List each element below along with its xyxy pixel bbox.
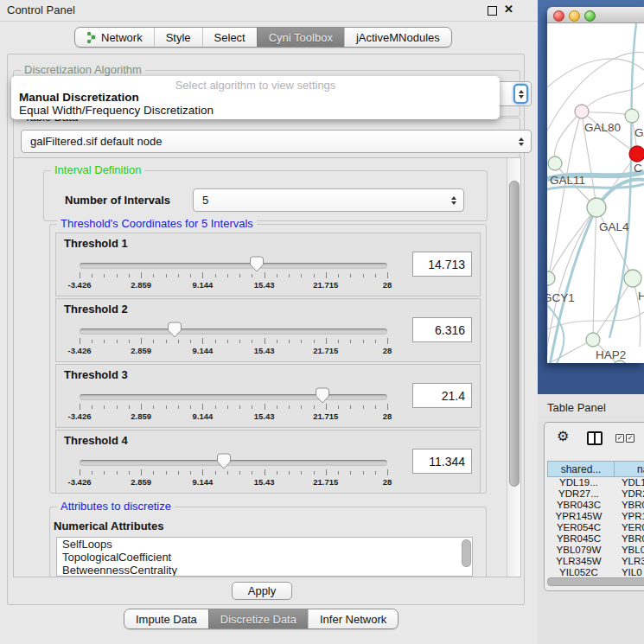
scrollbar-thumb[interactable] — [509, 181, 520, 487]
gear-icon[interactable]: ⚙ — [557, 428, 569, 444]
network-canvas[interactable]: GAL80GACGAL11GAL4GCY1HHAP2 — [547, 23, 644, 363]
numerical-attributes-list[interactable]: SelfLoopsTopologicalCoefficientBetweenne… — [56, 537, 473, 577]
threshold-slider[interactable]: -3.4262.8599.14415.4321.71528 — [80, 387, 387, 424]
threshold-value-field[interactable] — [412, 317, 472, 342]
attributes-group-label: Attributes to discretize — [57, 501, 175, 513]
table-row[interactable]: YLR345WYLR3 — [547, 555, 644, 566]
tab-select[interactable]: Select — [202, 28, 257, 47]
network-node-gal11[interactable] — [548, 156, 562, 170]
tick-mark — [338, 340, 339, 343]
tick-mark — [141, 272, 142, 278]
table-cell: YDR27... — [547, 488, 610, 499]
slider-ticks — [80, 469, 387, 476]
table-row[interactable]: YDR27...YDR2 — [547, 488, 644, 500]
close-traffic-light-icon[interactable] — [553, 10, 564, 22]
checkbox-icon[interactable]: ✓ — [615, 434, 624, 443]
tick-mark — [239, 471, 240, 475]
table-data-group: Table Data galFiltered.sif default node — [13, 118, 520, 158]
table-column-header[interactable]: shared... — [547, 461, 615, 477]
tab-network[interactable]: Network — [75, 28, 154, 47]
table-data-select[interactable]: galFiltered.sif default node — [21, 130, 532, 153]
threshold-slider[interactable]: -3.4262.8599.14415.4321.71528 — [80, 322, 387, 358]
tick-mark — [252, 471, 252, 475]
threshold-slider[interactable]: -3.4262.8599.14415.4321.71528 — [80, 256, 387, 292]
checkbox-icon[interactable]: ✓ — [626, 434, 634, 443]
table-header-row: shared...na — [547, 461, 644, 477]
slider-track[interactable] — [80, 263, 387, 269]
minimize-traffic-light-icon[interactable] — [569, 10, 580, 22]
attribute-list-item[interactable]: SelfLoops — [57, 538, 472, 551]
tick-mark — [301, 405, 302, 409]
threshold-value-field[interactable] — [412, 252, 472, 277]
tab-cyni-toolbox[interactable]: Cyni Toolbox — [257, 28, 344, 47]
table-row[interactable]: YBR045CYBR0 — [547, 532, 644, 544]
bottom-tab-infer-network[interactable]: Infer Network — [308, 609, 398, 628]
tick-mark — [289, 340, 290, 343]
algorithm-spinner[interactable] — [513, 84, 528, 104]
attributes-list-scrollbar[interactable] — [462, 539, 471, 567]
network-window-titlebar — [547, 7, 644, 23]
thresholds-group-label: Threshold's Coordinates for 5 Intervals — [57, 218, 257, 230]
tick-mark — [239, 340, 240, 343]
attribute-list-item[interactable]: BetweennessCentrality — [57, 564, 472, 577]
network-node-label: GCY1 — [547, 291, 575, 304]
tick-mark — [326, 338, 327, 344]
number-of-intervals-select[interactable]: 5 — [193, 188, 464, 212]
network-node-hap2[interactable] — [586, 333, 600, 347]
tick-label: 2.859 — [131, 280, 151, 290]
tick-mark — [141, 469, 142, 475]
bottom-tab-label: Impute Data — [136, 613, 197, 626]
tick-mark — [80, 272, 80, 278]
slider-track[interactable] — [80, 460, 387, 466]
threshold-label: Threshold 1 — [64, 237, 128, 250]
tick-mark — [289, 471, 290, 475]
algorithm-option-manual[interactable]: Manual Discretization — [19, 91, 139, 104]
bottom-tab-discretize-data[interactable]: Discretize Data — [208, 609, 308, 628]
close-window-icon[interactable]: ✕ — [504, 3, 513, 16]
slider-track[interactable] — [80, 394, 387, 400]
tick-mark — [227, 274, 228, 277]
table-row[interactable]: YIL052CYIL0 — [547, 566, 644, 577]
column-layout-icon[interactable] — [587, 431, 603, 445]
combo-arrows-icon — [451, 196, 456, 205]
tick-label: 28 — [383, 477, 392, 487]
threshold-slider[interactable]: -3.4262.8599.14415.4321.71528 — [80, 453, 387, 489]
network-node-c[interactable] — [629, 146, 644, 162]
apply-button[interactable]: Apply — [232, 582, 292, 600]
tab-style[interactable]: Style — [154, 28, 202, 47]
table-row[interactable]: YDL19...YDL1 — [547, 477, 644, 488]
tab-jactivemnodules[interactable]: jActiveMNodules — [344, 28, 451, 47]
table-row[interactable]: YPR145WYPR1 — [547, 511, 644, 522]
bottom-tab-impute-data[interactable]: Impute Data — [124, 609, 208, 628]
table-row[interactable]: YER054CYER0 — [547, 522, 644, 533]
float-window-icon[interactable] — [488, 6, 497, 16]
zoom-traffic-light-icon[interactable] — [584, 10, 596, 22]
slider-track[interactable] — [80, 328, 387, 335]
algorithm-option-equal-width[interactable]: Equal Width/Frequency Discretization — [19, 104, 214, 117]
tick-label: -3.426 — [68, 411, 92, 421]
tick-mark — [141, 338, 142, 344]
table-horizontal-scrollbar[interactable] — [547, 577, 644, 586]
network-node-h[interactable] — [624, 270, 641, 287]
tick-mark — [314, 405, 315, 409]
network-node-gal4[interactable] — [587, 198, 606, 217]
tick-mark — [104, 274, 105, 277]
threshold-value-field[interactable] — [412, 383, 472, 408]
network-node-ga[interactable] — [625, 109, 639, 123]
cyni-toolbox-panel: Discretization Algorithm Select algorith… — [7, 54, 525, 605]
network-node-gal80[interactable] — [575, 105, 589, 118]
interval-definition-group: Interval Definition Number of Intervals … — [43, 170, 488, 221]
settings-vertical-scrollbar[interactable] — [507, 158, 520, 577]
threshold-value-field[interactable] — [412, 449, 472, 474]
network-node-gcy1[interactable] — [547, 271, 555, 285]
attribute-list-item[interactable]: TopologicalCoefficient — [57, 551, 472, 564]
tick-mark — [326, 272, 327, 278]
table-row[interactable]: YBL079WYBL0 — [547, 544, 644, 555]
tick-mark — [117, 340, 118, 343]
table-row[interactable]: YBR043CYBR0 — [547, 500, 644, 511]
tick-mark — [129, 471, 130, 475]
tick-mark — [350, 471, 351, 475]
table-column-header[interactable]: na — [615, 461, 644, 477]
tick-mark — [215, 340, 216, 343]
threshold-label: Threshold 4 — [64, 434, 128, 447]
